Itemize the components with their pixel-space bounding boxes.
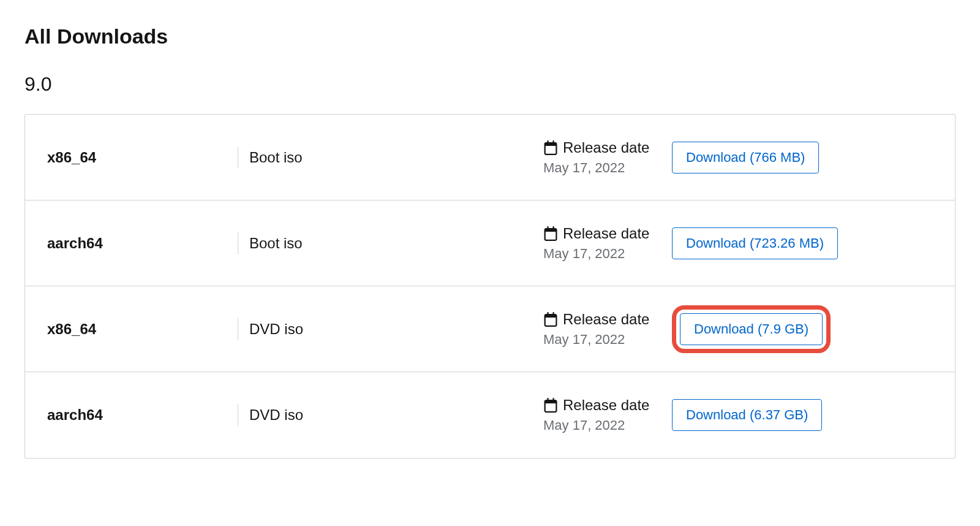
iso-type-label: Boot iso: [249, 235, 543, 252]
calendar-icon: [543, 226, 558, 241]
page-title: All Downloads: [24, 25, 956, 48]
download-row: aarch64Boot isoRelease dateMay 17, 2022D…: [25, 200, 955, 286]
release-date-value: May 17, 2022: [543, 160, 672, 176]
download-row: x86_64Boot isoRelease dateMay 17, 2022Do…: [25, 115, 955, 200]
download-button[interactable]: Download (6.37 GB): [672, 399, 822, 431]
release-date-block: Release dateMay 17, 2022: [543, 139, 672, 176]
download-row: aarch64DVD isoRelease dateMay 17, 2022Do…: [25, 372, 955, 458]
release-date-block: Release dateMay 17, 2022: [543, 225, 672, 262]
calendar-icon: [543, 312, 558, 327]
download-button[interactable]: Download (723.26 MB): [672, 227, 838, 259]
version-heading: 9.0: [24, 73, 956, 96]
highlight-annotation: Download (7.9 GB): [672, 305, 831, 353]
release-date-block: Release dateMay 17, 2022: [543, 311, 672, 348]
download-button[interactable]: Download (7.9 GB): [680, 313, 823, 345]
architecture-label: x86_64: [47, 149, 249, 166]
architecture-label: aarch64: [47, 235, 249, 252]
architecture-label: x86_64: [47, 321, 249, 338]
release-date-label: Release date: [563, 139, 649, 156]
architecture-label: aarch64: [47, 406, 249, 424]
calendar-icon: [543, 140, 558, 155]
download-row: x86_64DVD isoRelease dateMay 17, 2022Dow…: [25, 286, 955, 372]
calendar-icon: [543, 398, 558, 413]
downloads-table: x86_64Boot isoRelease dateMay 17, 2022Do…: [24, 114, 956, 459]
iso-type-label: DVD iso: [249, 321, 543, 338]
release-date-label: Release date: [563, 397, 649, 414]
release-date-value: May 17, 2022: [543, 332, 672, 348]
iso-type-label: Boot iso: [249, 149, 543, 166]
release-date-value: May 17, 2022: [543, 246, 672, 262]
release-date-label: Release date: [563, 225, 649, 242]
release-date-value: May 17, 2022: [543, 417, 672, 433]
release-date-label: Release date: [563, 311, 649, 328]
download-button[interactable]: Download (766 MB): [672, 142, 819, 173]
release-date-block: Release dateMay 17, 2022: [543, 397, 672, 433]
iso-type-label: DVD iso: [249, 406, 543, 424]
